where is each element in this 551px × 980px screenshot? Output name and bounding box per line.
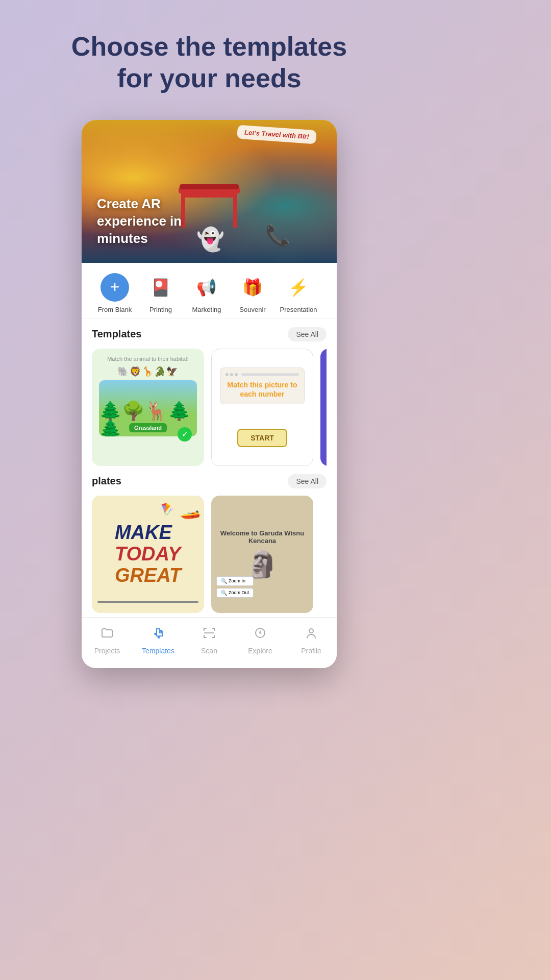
page-title: Choose the templates for your needs <box>51 0 367 115</box>
folder-icon <box>100 626 114 644</box>
nav-label-scan: Scan <box>201 647 217 655</box>
great-text: GREAT <box>115 565 181 586</box>
category-from-blank[interactable]: + From Blank <box>92 273 138 313</box>
grassland-label: Grassland <box>129 423 167 432</box>
category-row: + From Blank 🎴 Printing 📢 Marketing 🎁 So… <box>82 263 337 319</box>
svg-point-8 <box>309 629 313 633</box>
start-button[interactable]: START <box>237 429 287 447</box>
marketing-icon: 📢 <box>192 273 221 302</box>
puzzle-icon <box>151 626 165 644</box>
welcome-text: Welcome to Garuda Wisnu Kencana <box>219 529 305 545</box>
nav-item-projects[interactable]: Projects <box>87 626 128 655</box>
animal-icons: 🐘🦁🦒🐊🦅 <box>117 366 179 377</box>
nav-item-profile[interactable]: Profile <box>291 626 332 655</box>
today-text: today <box>115 544 181 565</box>
plates-see-all-button[interactable]: See All <box>288 474 327 488</box>
category-label-from-blank: From Blank <box>98 306 132 313</box>
category-label-souvenir: Souvenir <box>239 306 265 313</box>
compass-icon <box>253 626 267 644</box>
plates-section-title: plates <box>92 475 121 487</box>
match-text: Match this picture to each number <box>226 380 299 399</box>
category-presentation[interactable]: ⚡ Presentation <box>276 273 321 313</box>
plates-section: plates See All 🚤 🪁 MAKE today GREAT <box>82 470 337 617</box>
category-label-printing: Printing <box>149 306 172 313</box>
grassland-subtitle: Match the animal to their habitat! <box>107 356 189 362</box>
match-picture-card[interactable]: Match this picture to each number START <box>211 349 313 466</box>
templates-see-all-button[interactable]: See All <box>288 327 327 341</box>
templates-section-title: Templates <box>92 328 141 340</box>
nav-item-explore[interactable]: Explore <box>240 626 281 655</box>
presentation-icon: ⚡ <box>284 273 313 302</box>
templates-section: Templates See All Match the animal to th… <box>82 319 337 470</box>
svg-rect-4 <box>180 184 239 189</box>
purple-card[interactable]: › <box>320 349 327 466</box>
zoom-out-btn[interactable]: 🔍 Zoom Out <box>216 588 254 598</box>
category-marketing[interactable]: 📢 Marketing <box>184 273 230 313</box>
garuda-wisnu-card[interactable]: Welcome to Garuda Wisnu Kencana 🗿 🔍 Zoom… <box>211 496 313 613</box>
grassland-card[interactable]: Match the animal to their habitat! 🐘🦁🦒🐊🦅… <box>92 349 204 466</box>
souvenir-icon: 🎁 <box>238 273 267 302</box>
category-souvenir[interactable]: 🎁 Souvenir <box>230 273 276 313</box>
hero-banner: Let's Travel with Blr! 👻 📞 Create AR exp… <box>82 120 337 263</box>
make-today-great-card[interactable]: 🚤 🪁 MAKE today GREAT <box>92 496 204 613</box>
nav-item-templates[interactable]: Templates <box>138 626 179 655</box>
category-label-marketing: Marketing <box>192 306 221 313</box>
person-icon <box>304 626 318 644</box>
category-label-presentation: Presentation <box>280 306 317 313</box>
zoom-in-btn[interactable]: 🔍 Zoom In <box>216 576 254 586</box>
nav-label-projects: Projects <box>94 647 120 655</box>
nav-label-profile: Profile <box>301 647 321 655</box>
underline-decoration <box>97 601 198 603</box>
boat-icon: 🚤 <box>177 498 201 522</box>
printing-icon: 🎴 <box>146 273 175 302</box>
nav-item-scan[interactable]: Scan <box>189 626 230 655</box>
hero-text: Create AR experience in minutes <box>97 195 219 247</box>
svg-marker-7 <box>259 630 261 634</box>
dragonfly-icon: 🪁 <box>158 501 175 518</box>
nav-label-templates: Templates <box>142 647 174 655</box>
category-printing[interactable]: 🎴 Printing <box>138 273 184 313</box>
statue-icon: 🗿 <box>246 550 278 579</box>
check-badge: ✓ <box>178 427 192 442</box>
scan-icon <box>202 626 216 644</box>
make-text: MAKE <box>115 522 181 544</box>
plus-icon: + <box>101 273 129 302</box>
bottom-nav: Projects Templates Scan <box>82 617 337 668</box>
app-card: Let's Travel with Blr! 👻 📞 Create AR exp… <box>82 120 337 668</box>
nav-label-explore: Explore <box>248 647 272 655</box>
phone-booth: 📞 <box>265 224 291 248</box>
